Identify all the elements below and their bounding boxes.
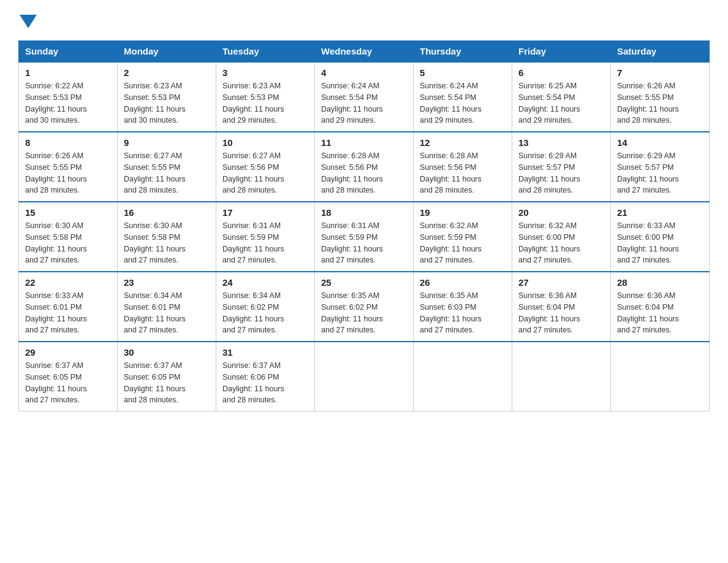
calendar-cell: 30 Sunrise: 6:37 AM Sunset: 6:05 PM Dayl… (118, 342, 216, 412)
logo (18, 12, 37, 28)
day-number: 28 (617, 277, 703, 288)
calendar-cell: 9 Sunrise: 6:27 AM Sunset: 5:55 PM Dayli… (118, 132, 216, 202)
day-info: Sunrise: 6:30 AM Sunset: 5:58 PM Dayligh… (124, 220, 210, 266)
day-info: Sunrise: 6:26 AM Sunset: 5:55 PM Dayligh… (25, 150, 111, 196)
day-info: Sunrise: 6:27 AM Sunset: 5:55 PM Dayligh… (124, 150, 210, 196)
day-number: 21 (617, 207, 703, 218)
day-info: Sunrise: 6:35 AM Sunset: 6:03 PM Dayligh… (420, 290, 506, 336)
calendar-cell: 29 Sunrise: 6:37 AM Sunset: 6:05 PM Dayl… (19, 342, 118, 412)
calendar-cell: 26 Sunrise: 6:35 AM Sunset: 6:03 PM Dayl… (414, 272, 512, 342)
day-info: Sunrise: 6:25 AM Sunset: 5:54 PM Dayligh… (518, 80, 604, 126)
day-info: Sunrise: 6:23 AM Sunset: 5:53 PM Dayligh… (124, 80, 210, 126)
calendar-cell: 3 Sunrise: 6:23 AM Sunset: 5:53 PM Dayli… (216, 62, 315, 132)
calendar-cell: 31 Sunrise: 6:37 AM Sunset: 6:06 PM Dayl… (216, 342, 315, 412)
week-row-2: 8 Sunrise: 6:26 AM Sunset: 5:55 PM Dayli… (19, 132, 710, 202)
calendar-cell: 18 Sunrise: 6:31 AM Sunset: 5:59 PM Dayl… (315, 202, 414, 272)
day-info: Sunrise: 6:32 AM Sunset: 5:59 PM Dayligh… (420, 220, 506, 266)
day-info: Sunrise: 6:27 AM Sunset: 5:56 PM Dayligh… (222, 150, 308, 196)
day-number: 23 (124, 277, 210, 288)
calendar-cell: 19 Sunrise: 6:32 AM Sunset: 5:59 PM Dayl… (414, 202, 512, 272)
calendar-cell: 11 Sunrise: 6:28 AM Sunset: 5:56 PM Dayl… (315, 132, 414, 202)
calendar-cell: 10 Sunrise: 6:27 AM Sunset: 5:56 PM Dayl… (216, 132, 315, 202)
day-info: Sunrise: 6:35 AM Sunset: 6:02 PM Dayligh… (321, 290, 407, 336)
day-number: 19 (420, 207, 506, 218)
calendar-cell: 13 Sunrise: 6:29 AM Sunset: 5:57 PM Dayl… (512, 132, 611, 202)
header-tuesday: Tuesday (216, 41, 315, 63)
week-row-1: 1 Sunrise: 6:22 AM Sunset: 5:53 PM Dayli… (19, 62, 710, 132)
header-saturday: Saturday (611, 41, 710, 63)
day-number: 9 (124, 137, 210, 148)
day-number: 1 (25, 67, 111, 78)
day-info: Sunrise: 6:23 AM Sunset: 5:53 PM Dayligh… (222, 80, 308, 126)
calendar-cell: 24 Sunrise: 6:34 AM Sunset: 6:02 PM Dayl… (216, 272, 315, 342)
day-info: Sunrise: 6:29 AM Sunset: 5:57 PM Dayligh… (518, 150, 604, 196)
calendar-cell: 2 Sunrise: 6:23 AM Sunset: 5:53 PM Dayli… (118, 62, 216, 132)
day-info: Sunrise: 6:36 AM Sunset: 6:04 PM Dayligh… (617, 290, 703, 336)
calendar-cell (611, 342, 710, 412)
calendar-cell (315, 342, 414, 412)
calendar-cell: 20 Sunrise: 6:32 AM Sunset: 6:00 PM Dayl… (512, 202, 611, 272)
day-number: 18 (321, 207, 407, 218)
day-number: 15 (25, 207, 111, 218)
week-row-3: 15 Sunrise: 6:30 AM Sunset: 5:58 PM Dayl… (19, 202, 710, 272)
day-info: Sunrise: 6:26 AM Sunset: 5:55 PM Dayligh… (617, 80, 703, 126)
day-number: 4 (321, 67, 407, 78)
day-number: 27 (518, 277, 604, 288)
day-number: 25 (321, 277, 407, 288)
calendar-table: SundayMondayTuesdayWednesdayThursdayFrid… (18, 40, 710, 412)
header-friday: Friday (512, 41, 611, 63)
day-number: 7 (617, 67, 703, 78)
day-number: 22 (25, 277, 111, 288)
day-number: 12 (420, 137, 506, 148)
week-row-5: 29 Sunrise: 6:37 AM Sunset: 6:05 PM Dayl… (19, 342, 710, 412)
day-number: 17 (222, 207, 308, 218)
header-sunday: Sunday (19, 41, 118, 63)
day-number: 30 (124, 347, 210, 358)
calendar-cell: 15 Sunrise: 6:30 AM Sunset: 5:58 PM Dayl… (19, 202, 118, 272)
day-info: Sunrise: 6:30 AM Sunset: 5:58 PM Dayligh… (25, 220, 111, 266)
day-number: 14 (617, 137, 703, 148)
day-info: Sunrise: 6:31 AM Sunset: 5:59 PM Dayligh… (222, 220, 308, 266)
day-number: 16 (124, 207, 210, 218)
day-number: 8 (25, 137, 111, 148)
page-header (18, 12, 710, 28)
day-number: 10 (222, 137, 308, 148)
calendar-cell: 16 Sunrise: 6:30 AM Sunset: 5:58 PM Dayl… (118, 202, 216, 272)
day-info: Sunrise: 6:36 AM Sunset: 6:04 PM Dayligh… (518, 290, 604, 336)
header-row: SundayMondayTuesdayWednesdayThursdayFrid… (19, 41, 710, 63)
day-info: Sunrise: 6:33 AM Sunset: 6:00 PM Dayligh… (617, 220, 703, 266)
calendar-cell: 28 Sunrise: 6:36 AM Sunset: 6:04 PM Dayl… (611, 272, 710, 342)
day-info: Sunrise: 6:37 AM Sunset: 6:06 PM Dayligh… (222, 360, 308, 406)
calendar-cell: 1 Sunrise: 6:22 AM Sunset: 5:53 PM Dayli… (19, 62, 118, 132)
day-number: 20 (518, 207, 604, 218)
day-info: Sunrise: 6:34 AM Sunset: 6:02 PM Dayligh… (222, 290, 308, 336)
day-number: 13 (518, 137, 604, 148)
day-number: 3 (222, 67, 308, 78)
day-info: Sunrise: 6:24 AM Sunset: 5:54 PM Dayligh… (321, 80, 407, 126)
day-number: 5 (420, 67, 506, 78)
day-info: Sunrise: 6:33 AM Sunset: 6:01 PM Dayligh… (25, 290, 111, 336)
header-thursday: Thursday (414, 41, 512, 63)
day-number: 2 (124, 67, 210, 78)
day-number: 6 (518, 67, 604, 78)
day-info: Sunrise: 6:31 AM Sunset: 5:59 PM Dayligh… (321, 220, 407, 266)
calendar-cell: 21 Sunrise: 6:33 AM Sunset: 6:00 PM Dayl… (611, 202, 710, 272)
day-info: Sunrise: 6:28 AM Sunset: 5:56 PM Dayligh… (321, 150, 407, 196)
calendar-cell: 12 Sunrise: 6:28 AM Sunset: 5:56 PM Dayl… (414, 132, 512, 202)
calendar-cell: 6 Sunrise: 6:25 AM Sunset: 5:54 PM Dayli… (512, 62, 611, 132)
calendar-cell: 5 Sunrise: 6:24 AM Sunset: 5:54 PM Dayli… (414, 62, 512, 132)
day-info: Sunrise: 6:29 AM Sunset: 5:57 PM Dayligh… (617, 150, 703, 196)
calendar-cell: 8 Sunrise: 6:26 AM Sunset: 5:55 PM Dayli… (19, 132, 118, 202)
header-wednesday: Wednesday (315, 41, 414, 63)
day-number: 11 (321, 137, 407, 148)
day-number: 29 (25, 347, 111, 358)
calendar-cell: 17 Sunrise: 6:31 AM Sunset: 5:59 PM Dayl… (216, 202, 315, 272)
calendar-cell (512, 342, 611, 412)
calendar-cell: 23 Sunrise: 6:34 AM Sunset: 6:01 PM Dayl… (118, 272, 216, 342)
calendar-cell: 4 Sunrise: 6:24 AM Sunset: 5:54 PM Dayli… (315, 62, 414, 132)
day-info: Sunrise: 6:34 AM Sunset: 6:01 PM Dayligh… (124, 290, 210, 336)
calendar-cell: 14 Sunrise: 6:29 AM Sunset: 5:57 PM Dayl… (611, 132, 710, 202)
day-number: 26 (420, 277, 506, 288)
day-number: 24 (222, 277, 308, 288)
calendar-cell: 27 Sunrise: 6:36 AM Sunset: 6:04 PM Dayl… (512, 272, 611, 342)
